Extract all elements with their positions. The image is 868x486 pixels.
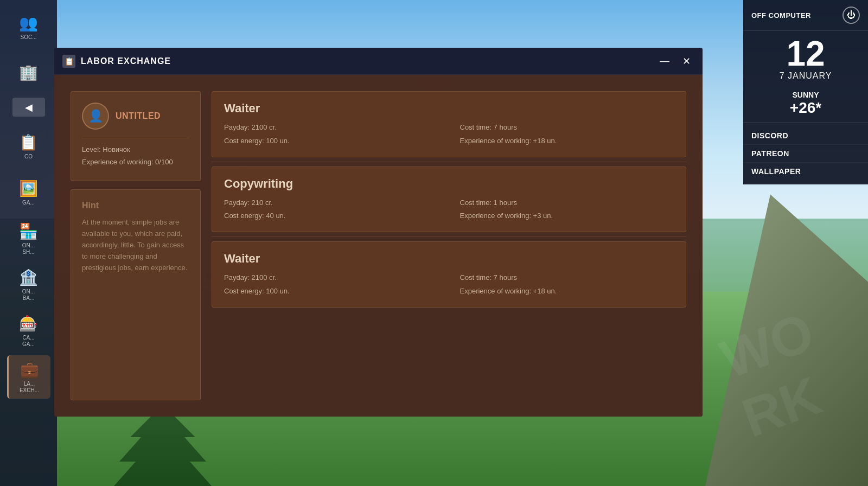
character-avatar-row: 👤 UNTITLED [82, 103, 189, 130]
modal-controls: — ✕ [656, 53, 694, 69]
company-icon: 🏢 [19, 63, 38, 81]
sidebar-item-co[interactable]: 📋 CO [7, 125, 50, 168]
discord-link[interactable]: DISCORD [743, 127, 868, 145]
sidebar-back-button[interactable]: ◀ [12, 98, 45, 117]
sidebar-item-gallery[interactable]: 🖼️ GA... [7, 171, 50, 214]
job-stats-waiter-1: Payday: 2100 cr. Cost time: 7 hours Cost… [224, 122, 674, 147]
date-month: 7 JANUARY [751, 71, 860, 81]
job-title-copywriting: Copywriting [224, 177, 674, 191]
sidebar-item-shop[interactable]: 🏪 ON...SH... [7, 217, 50, 260]
job-cost-energy-waiter-2: Cost energy: 100 un. [224, 286, 438, 297]
date-number: 12 [751, 36, 860, 71]
job-cost-time-waiter-1: Cost time: 7 hours [460, 122, 674, 133]
sidebar-item-labor-exchange[interactable]: 💼 LA...EXCH... [7, 355, 50, 399]
sidebar-item-company[interactable]: 🏢 [7, 52, 50, 95]
gallery-icon: 🖼️ [19, 180, 38, 197]
patreon-link[interactable]: PATREON [743, 145, 868, 163]
character-panel: 👤 UNTITLED Level: Новичок Experience of … [71, 91, 201, 400]
top-right-panel: OFF COMPUTER ⏻ 12 7 JANUARY SUNNY +26* D… [743, 0, 868, 184]
weather-label: SUNNY [751, 91, 860, 99]
modal-title: LABOR EXCHANGE [81, 56, 656, 66]
sidebar-item-social[interactable]: 👥 SOC... [7, 5, 50, 49]
job-title-waiter-1: Waiter [224, 101, 674, 116]
off-computer-bar: OFF COMPUTER ⏻ [743, 0, 868, 31]
sidebar-label-shop: ON...SH... [22, 242, 35, 255]
shop-icon: 🏪 [19, 222, 38, 240]
job-payday-waiter-1: Payday: 2100 cr. [224, 122, 438, 133]
sidebar-item-bank[interactable]: 🏦 ON...BA... [7, 263, 50, 306]
bank-icon: 🏦 [19, 268, 38, 286]
job-payday-copywriting: Payday: 210 cr. [224, 197, 438, 209]
left-sidebar: 👥 SOC... 🏢 ◀ 📋 CO 🖼️ GA... 🏪 ON...SH... … [0, 0, 57, 486]
power-button[interactable]: ⏻ [843, 7, 860, 24]
social-icon: 👥 [19, 14, 38, 32]
job-cost-energy-waiter-1: Cost energy: 100 un. [224, 136, 438, 147]
sidebar-label-co: CO [24, 154, 33, 160]
sidebar-label-casino: CA...GA... [22, 335, 35, 348]
job-card-waiter-2[interactable]: Waiter Payday: 2100 cr. Cost time: 7 hou… [212, 241, 686, 308]
hint-title: Hint [82, 201, 189, 210]
character-card: 👤 UNTITLED Level: Новичок Experience of … [71, 91, 201, 181]
job-divider-2 [212, 236, 686, 237]
character-experience: Experience of working: 0/100 [82, 157, 189, 167]
job-card-waiter-1[interactable]: Waiter Payday: 2100 cr. Cost time: 7 hou… [212, 91, 686, 157]
job-payday-waiter-2: Payday: 2100 cr. [224, 272, 438, 284]
job-card-copywriting[interactable]: Copywriting Payday: 210 cr. Cost time: 1… [212, 167, 686, 233]
jobs-panel: Waiter Payday: 2100 cr. Cost time: 7 hou… [212, 91, 686, 400]
job-cost-energy-copywriting: Cost energy: 40 un. [224, 210, 438, 222]
character-level: Level: Новичок [82, 145, 189, 155]
sidebar-item-casino[interactable]: 🎰 CA...GA... [7, 309, 50, 353]
right-links: DISCORD PATREON WALLPAPER [743, 123, 868, 184]
off-computer-label: OFF COMPUTER [751, 11, 811, 20]
job-exp-waiter-2: Experience of working: +18 un. [460, 286, 674, 297]
wallpaper-link[interactable]: WALLPAPER [743, 163, 868, 180]
modal-titlebar: 📋 LABOR EXCHANGE — ✕ [54, 48, 703, 75]
hint-text: At the moment, simple jobs are available… [82, 217, 189, 273]
job-cost-time-copywriting: Cost time: 1 hours [460, 197, 674, 209]
weather-section: SUNNY +26* [743, 88, 868, 123]
character-info: Level: Новичок Experience of working: 0/… [82, 138, 189, 167]
sidebar-label-gallery: GA... [22, 200, 35, 206]
job-stats-waiter-2: Payday: 2100 cr. Cost time: 7 hours Cost… [224, 272, 674, 297]
sidebar-label-labor-exchange: LA...EXCH... [20, 381, 39, 394]
job-exp-copywriting: Experience of working: +3 un. [460, 210, 674, 222]
job-title-waiter-2: Waiter [224, 252, 674, 266]
hint-card: Hint At the moment, simple jobs are avai… [71, 189, 201, 400]
co-icon: 📋 [19, 133, 38, 151]
job-exp-waiter-1: Experience of working: +18 un. [460, 136, 674, 147]
labor-exchange-icon: 💼 [20, 361, 39, 379]
labor-exchange-modal: 📋 LABOR EXCHANGE — ✕ 👤 UNTITLED Level: Н… [54, 48, 703, 417]
modal-body: 👤 UNTITLED Level: Новичок Experience of … [54, 75, 703, 417]
avatar: 👤 [82, 103, 109, 130]
weather-temp: +26* [751, 99, 860, 117]
minimize-button[interactable]: — [656, 53, 673, 69]
sidebar-label-bank: ON...BA... [22, 289, 35, 302]
date-section: 12 7 JANUARY [743, 31, 868, 88]
job-stats-copywriting: Payday: 210 cr. Cost time: 1 hours Cost … [224, 197, 674, 222]
modal-icon: 📋 [62, 55, 75, 68]
job-divider-1 [212, 162, 686, 162]
casino-icon: 🎰 [19, 315, 38, 332]
sidebar-label-social: SOC... [20, 34, 36, 41]
character-name: UNTITLED [116, 111, 161, 121]
job-cost-time-waiter-2: Cost time: 7 hours [460, 272, 674, 284]
close-button[interactable]: ✕ [678, 53, 694, 69]
